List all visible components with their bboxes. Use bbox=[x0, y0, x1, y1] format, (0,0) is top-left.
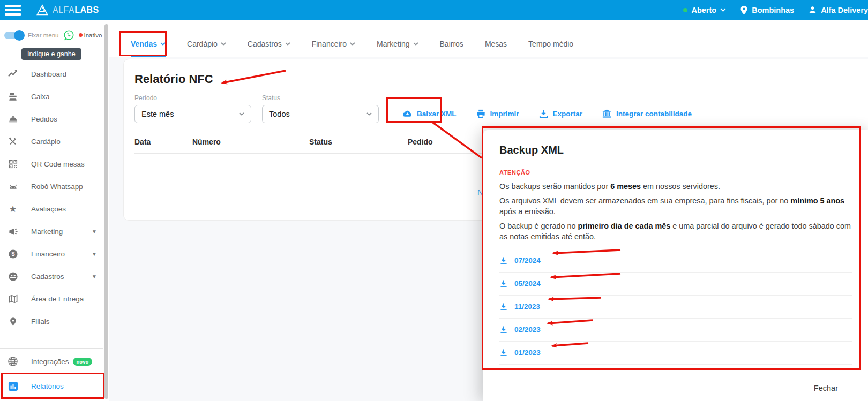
printer-icon bbox=[476, 109, 486, 119]
chevron-down-icon bbox=[160, 42, 166, 46]
chevron-down-icon bbox=[221, 42, 226, 46]
food-dome-icon bbox=[8, 114, 18, 124]
tab-financeiro[interactable]: Financeiro bbox=[312, 31, 355, 57]
sidebar-item-robo-whatsapp[interactable]: Robô Whatsapp bbox=[0, 175, 109, 198]
sidebar-item-filiais[interactable]: Filiais bbox=[0, 310, 109, 332]
backup-download-row[interactable]: 02/2023 bbox=[499, 319, 852, 342]
sidebar-item-dashboard[interactable]: Dashboard bbox=[0, 63, 109, 85]
open-status-dot bbox=[683, 8, 687, 12]
download-icon bbox=[499, 256, 508, 265]
pin-menu-toggle[interactable] bbox=[4, 32, 24, 39]
backup-download-row[interactable]: 07/2024 bbox=[499, 249, 852, 273]
download-xml-button[interactable]: Baixar XML bbox=[402, 109, 457, 119]
backup-xml-modal: Backup XML ATENÇÃO Os backups serão mant… bbox=[483, 130, 868, 401]
chevron-down-icon bbox=[366, 112, 372, 116]
whatsapp-status: Inativo bbox=[79, 32, 102, 39]
bank-icon bbox=[602, 109, 612, 119]
chevron-down-icon bbox=[720, 8, 726, 12]
user-menu[interactable]: Alfa Delivery bbox=[808, 5, 868, 14]
star-icon: ★ bbox=[8, 203, 18, 214]
referral-badge[interactable]: Indique e ganhe bbox=[21, 48, 81, 60]
tab-mesas[interactable]: Mesas bbox=[485, 31, 507, 57]
period-label: Período bbox=[134, 94, 251, 102]
column-header-numero: Número bbox=[192, 138, 309, 146]
sidebar-item-cadastros[interactable]: Cadastros ▼ bbox=[0, 265, 109, 287]
print-button[interactable]: Imprimir bbox=[476, 109, 519, 119]
download-icon bbox=[499, 349, 508, 357]
page-title: Relatório NFC bbox=[134, 72, 855, 86]
status-select[interactable]: Todos bbox=[262, 105, 379, 123]
backup-download-list: 07/2024 05/2024 11/2023 02/2023 01/2023 bbox=[499, 249, 852, 365]
location-selector[interactable]: Bombinhas bbox=[740, 5, 794, 15]
brand-logo: ALFALABS bbox=[36, 4, 99, 16]
qr-code-icon bbox=[8, 158, 18, 169]
people-circle-icon bbox=[8, 271, 18, 282]
cash-register-icon bbox=[8, 91, 18, 102]
tab-cadastros[interactable]: Cadastros bbox=[248, 31, 290, 57]
novo-badge: novo bbox=[73, 358, 93, 366]
sidebar-item-avaliacoes[interactable]: ★ Avaliações bbox=[0, 198, 109, 220]
sidebar-item-integracoes[interactable]: Integrações novo bbox=[0, 349, 109, 374]
period-select[interactable]: Este mês bbox=[134, 105, 251, 123]
inactive-status-dot bbox=[79, 33, 83, 37]
globe-icon bbox=[8, 356, 18, 367]
sidebar-item-relatorios[interactable]: Relatórios bbox=[0, 374, 109, 398]
sidebar: Fixar menu Inativo Indique e ganhe Dashb… bbox=[0, 20, 109, 401]
app-root: ALFALABS Aberto Bombinhas Alfa Delivery … bbox=[0, 0, 868, 401]
whatsapp-icon[interactable] bbox=[63, 29, 74, 41]
store-status-dropdown[interactable]: Aberto bbox=[683, 6, 726, 14]
export-button[interactable]: Exportar bbox=[538, 109, 583, 119]
download-icon bbox=[499, 279, 508, 288]
sidebar-item-cardapio[interactable]: Cardápio bbox=[0, 130, 109, 153]
megaphone-icon bbox=[8, 226, 18, 237]
download-icon bbox=[538, 109, 549, 119]
modal-paragraph: O backup é gerado no primeiro dia de cad… bbox=[499, 221, 852, 243]
chevron-down-icon bbox=[350, 42, 355, 46]
sidebar-item-caixa[interactable]: Caixa bbox=[0, 85, 109, 108]
expand-caret-icon: ▼ bbox=[92, 274, 97, 279]
bar-chart-icon bbox=[8, 381, 18, 391]
column-header-data: Data bbox=[134, 138, 192, 146]
pin-menu-label: Fixar menu bbox=[28, 32, 59, 39]
location-pin-icon bbox=[740, 5, 748, 15]
modal-paragraph: Os backups serão mantidos por 6 meses em… bbox=[499, 181, 852, 192]
chevron-down-icon bbox=[413, 42, 418, 46]
sidebar-item-marketing[interactable]: Marketing ▼ bbox=[0, 220, 109, 243]
chevron-down-icon bbox=[239, 112, 244, 116]
tab-cardapio[interactable]: Cardápio bbox=[187, 31, 226, 57]
accounting-integration-button[interactable]: Integrar contabilidade bbox=[602, 109, 692, 119]
sidebar-item-pedidos[interactable]: Pedidos bbox=[0, 108, 109, 130]
backup-download-row[interactable]: 11/2023 bbox=[499, 296, 852, 319]
alfalabs-logo-icon bbox=[36, 4, 49, 16]
map-icon bbox=[8, 293, 18, 304]
android-robot-icon bbox=[8, 181, 18, 192]
status-label: Status bbox=[262, 94, 379, 102]
sidebar-item-financeiro[interactable]: $ Financeiro ▼ bbox=[0, 243, 109, 265]
tab-tempo-medio[interactable]: Tempo médio bbox=[528, 31, 573, 57]
tab-marketing[interactable]: Marketing bbox=[377, 31, 418, 57]
user-icon bbox=[808, 5, 817, 14]
chart-line-icon bbox=[8, 69, 18, 79]
topbar: ALFALABS Aberto Bombinhas Alfa Delivery bbox=[0, 0, 868, 20]
svg-text:$: $ bbox=[11, 251, 14, 257]
utensils-icon bbox=[8, 136, 18, 147]
store-status-label: Aberto bbox=[691, 6, 716, 14]
close-modal-button[interactable]: Fechar bbox=[812, 381, 840, 396]
dollar-circle-icon: $ bbox=[8, 248, 18, 259]
brand-name: ALFALABS bbox=[53, 5, 99, 15]
backup-download-row[interactable]: 01/2023 bbox=[499, 342, 852, 365]
download-icon bbox=[499, 302, 508, 311]
download-icon bbox=[499, 326, 508, 334]
sidebar-item-area-entrega[interactable]: Área de Entrega bbox=[0, 287, 109, 310]
backup-download-row[interactable]: 05/2024 bbox=[499, 273, 852, 296]
sidebar-item-qrcode[interactable]: QR Code mesas bbox=[0, 153, 109, 175]
modal-title: Backup XML bbox=[499, 144, 852, 156]
tab-bairros[interactable]: Bairros bbox=[440, 31, 463, 57]
modal-paragraph: Os arquivos XML devem ser armazenados em… bbox=[499, 195, 852, 217]
tab-vendas[interactable]: Vendas bbox=[131, 31, 166, 57]
cloud-download-icon bbox=[402, 109, 413, 119]
sidebar-scrollbar[interactable] bbox=[104, 24, 108, 399]
hamburger-menu-icon[interactable] bbox=[5, 5, 21, 16]
location-label: Bombinhas bbox=[752, 6, 794, 14]
expand-caret-icon: ▼ bbox=[92, 251, 97, 257]
